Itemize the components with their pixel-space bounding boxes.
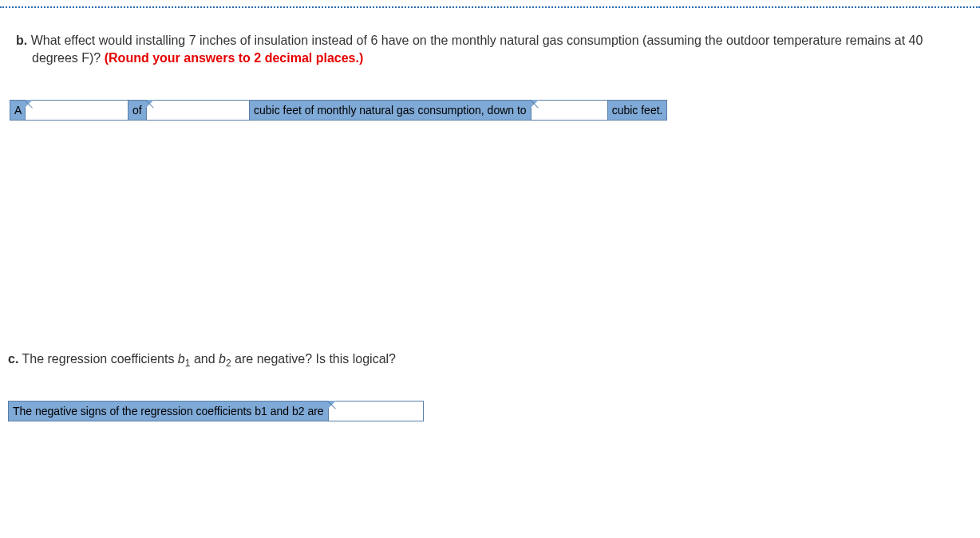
- qc-pre: The regression coefficients: [22, 352, 178, 366]
- rounding-instruction: (Round your answers to 2 decimal places.…: [105, 51, 364, 65]
- qc-and: and: [190, 352, 219, 366]
- qc-b1: b: [178, 352, 185, 366]
- qc-sub2: 2: [226, 358, 231, 369]
- input-effect-direction[interactable]: [26, 101, 128, 120]
- input-3-wrapper: [531, 100, 608, 121]
- question-c-block: c. The regression coefficients b1 and b2…: [0, 352, 980, 421]
- input-1-wrapper: [25, 100, 128, 121]
- question-b-text: b. What effect would installing 7 inches…: [24, 32, 972, 68]
- cell-c-text: The negative signs of the regression coe…: [8, 401, 329, 421]
- input-down-to[interactable]: [531, 101, 607, 120]
- answer-b-row: A of cubic feet of monthly natural gas c…: [10, 100, 972, 121]
- qc-b2: b: [219, 352, 226, 366]
- question-c-text: c. The regression coefficients b1 and b2…: [8, 352, 980, 369]
- input-logical[interactable]: [329, 402, 423, 421]
- question-b-block: b. What effect would installing 7 inches…: [0, 8, 980, 129]
- cell-a: A: [10, 100, 26, 121]
- input-amount[interactable]: [147, 101, 249, 120]
- cell-text2: cubic feet.: [607, 100, 668, 121]
- question-c-label: c.: [8, 352, 18, 366]
- question-b-label: b.: [16, 34, 27, 47]
- cell-of: of: [128, 100, 147, 121]
- answer-c-row: The negative signs of the regression coe…: [8, 401, 980, 421]
- input-c-wrapper: [328, 401, 424, 421]
- qc-post: are negative? Is this logical?: [231, 352, 396, 366]
- cell-text1: cubic feet of monthly natural gas consum…: [249, 100, 531, 121]
- input-2-wrapper: [146, 100, 250, 121]
